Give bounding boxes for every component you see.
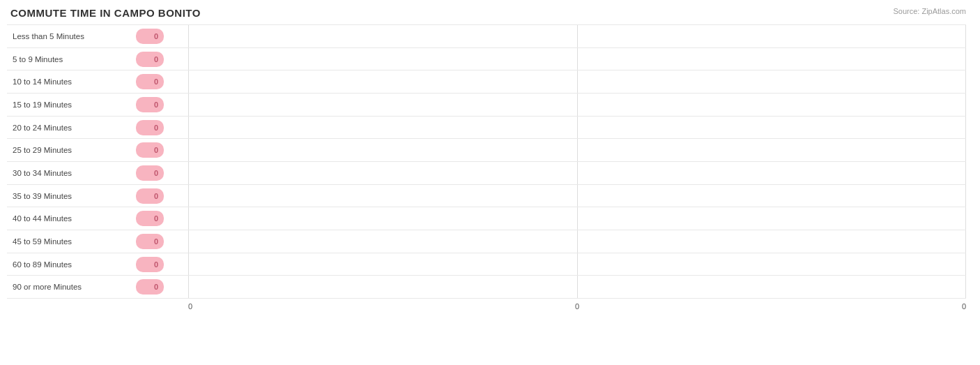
table-row: 90 or more Minutes 0 xyxy=(7,276,966,299)
chart-container: COMMUTE TIME IN CAMPO BONITO Source: Zip… xyxy=(0,0,980,365)
row-label: 60 to 89 Minutes xyxy=(7,260,136,269)
bar-pill-section: 0 xyxy=(136,74,188,89)
row-label: 15 to 19 Minutes xyxy=(7,100,136,109)
row-label: 40 to 44 Minutes xyxy=(7,214,136,223)
row-label: 25 to 29 Minutes xyxy=(7,146,136,154)
table-row: 45 to 59 Minutes 0 xyxy=(7,230,966,253)
chart-area: Less than 5 Minutes 0 5 to 9 Minutes 0 1… xyxy=(7,24,966,316)
bar-pill-section: 0 xyxy=(136,97,188,112)
table-row: 35 to 39 Minutes 0 xyxy=(7,185,966,208)
row-label: 10 to 14 Minutes xyxy=(7,77,136,86)
pill: 0 xyxy=(136,257,164,272)
pill: 0 xyxy=(136,234,164,249)
bar-pill-section: 0 xyxy=(136,120,188,135)
pill-value: 0 xyxy=(154,283,158,291)
table-row: 30 to 34 Minutes 0 xyxy=(7,162,966,185)
pill: 0 xyxy=(136,29,164,44)
row-label: 45 to 59 Minutes xyxy=(7,237,136,246)
x-label-3: 0 xyxy=(962,302,966,316)
chart-title: COMMUTE TIME IN CAMPO BONITO xyxy=(10,7,966,19)
bar-graph-area xyxy=(188,186,966,206)
row-label: Less than 5 Minutes xyxy=(7,32,136,40)
x-label-1: 0 xyxy=(188,302,192,316)
bar-pill-section: 0 xyxy=(136,234,188,249)
bar-graph-area xyxy=(188,50,966,69)
pill-value: 0 xyxy=(154,237,158,246)
bar-pill-section: 0 xyxy=(136,279,188,295)
pill-value: 0 xyxy=(154,124,158,132)
table-row: 15 to 19 Minutes 0 xyxy=(7,94,966,117)
bar-pill-section: 0 xyxy=(136,52,188,67)
table-row: 25 to 29 Minutes 0 xyxy=(7,139,966,162)
row-label: 90 or more Minutes xyxy=(7,283,136,291)
bar-graph-area xyxy=(188,95,966,114)
bar-pill-section: 0 xyxy=(136,29,188,44)
bar-graph-area xyxy=(188,277,966,297)
row-label: 20 to 24 Minutes xyxy=(7,124,136,132)
pill: 0 xyxy=(136,52,164,67)
bar-graph-area xyxy=(188,209,966,228)
pill: 0 xyxy=(136,74,164,89)
pill: 0 xyxy=(136,142,164,158)
x-label-2: 0 xyxy=(575,302,579,316)
source-text: Source: ZipAtlas.com xyxy=(893,7,966,15)
table-row: 10 to 14 Minutes 0 xyxy=(7,70,966,94)
bar-graph-area xyxy=(188,118,966,137)
x-axis-labels: 0 0 0 xyxy=(188,302,966,316)
table-row: 20 to 24 Minutes 0 xyxy=(7,117,966,140)
bar-pill-section: 0 xyxy=(136,211,188,226)
pill: 0 xyxy=(136,279,164,295)
bar-graph-area xyxy=(188,232,966,251)
pill-value: 0 xyxy=(154,192,158,200)
bar-pill-section: 0 xyxy=(136,188,188,204)
pill: 0 xyxy=(136,211,164,226)
table-row: 5 to 9 Minutes 0 xyxy=(7,48,966,71)
row-label: 35 to 39 Minutes xyxy=(7,192,136,200)
row-label: 5 to 9 Minutes xyxy=(7,55,136,64)
pill-value: 0 xyxy=(154,260,158,269)
pill: 0 xyxy=(136,188,164,204)
rows-container: Less than 5 Minutes 0 5 to 9 Minutes 0 1… xyxy=(7,24,966,299)
bar-graph-area xyxy=(188,140,966,160)
table-row: Less than 5 Minutes 0 xyxy=(7,24,966,48)
bar-graph-area xyxy=(188,255,966,274)
row-label: 30 to 34 Minutes xyxy=(7,169,136,177)
table-row: 60 to 89 Minutes 0 xyxy=(7,253,966,276)
bar-graph-area xyxy=(188,72,966,91)
pill-value: 0 xyxy=(154,169,158,177)
pill: 0 xyxy=(136,120,164,135)
pill: 0 xyxy=(136,97,164,112)
bar-graph-area xyxy=(188,27,966,46)
bar-pill-section: 0 xyxy=(136,257,188,272)
table-row: 40 to 44 Minutes 0 xyxy=(7,207,966,230)
pill: 0 xyxy=(136,165,164,181)
pill-value: 0 xyxy=(154,100,158,109)
bar-pill-section: 0 xyxy=(136,142,188,158)
pill-value: 0 xyxy=(154,146,158,154)
pill-value: 0 xyxy=(154,77,158,86)
pill-value: 0 xyxy=(154,214,158,223)
bar-pill-section: 0 xyxy=(136,165,188,181)
bar-graph-area xyxy=(188,163,966,183)
pill-value: 0 xyxy=(154,55,158,64)
pill-value: 0 xyxy=(154,32,158,40)
